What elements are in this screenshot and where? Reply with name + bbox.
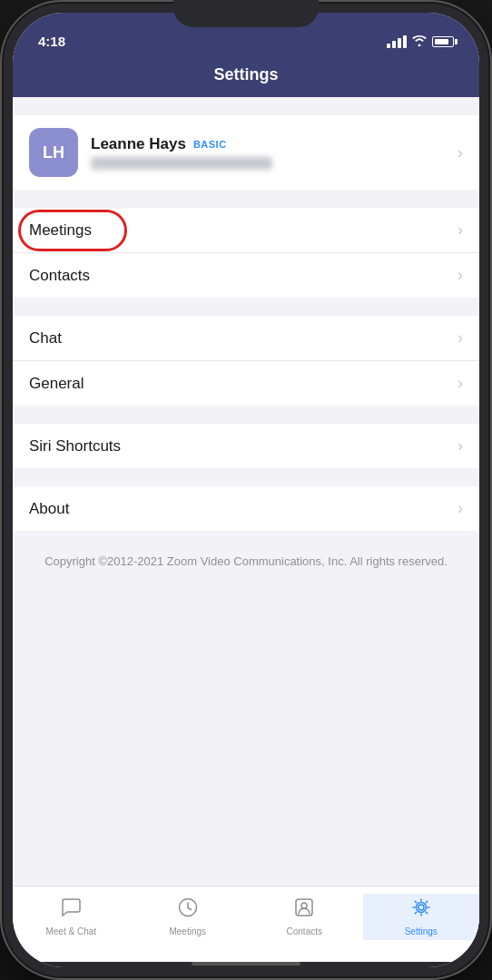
profile-section[interactable]: LH Leanne Hays BASIC ›: [13, 115, 479, 190]
signal-bar-4: [403, 35, 407, 48]
content[interactable]: LH Leanne Hays BASIC › Meetings ›: [13, 97, 479, 886]
section-divider-2: [13, 298, 479, 316]
menu-item-contacts-label: Contacts: [29, 267, 450, 285]
section-divider-1: [13, 190, 479, 208]
tab-contacts-label: Contacts: [287, 926, 322, 936]
tab-contacts[interactable]: Contacts: [246, 894, 363, 940]
nav-bar: Settings: [13, 56, 479, 97]
signal-bar-3: [398, 38, 401, 48]
signal-bar-1: [387, 44, 390, 48]
tab-meetings[interactable]: Meetings: [130, 894, 247, 940]
signal-bar-2: [392, 41, 396, 48]
svg-point-4: [416, 903, 426, 913]
profile-email: [91, 157, 272, 170]
menu-item-siri[interactable]: Siri Shortcuts ›: [13, 424, 479, 468]
menu-item-contacts[interactable]: Contacts ›: [13, 253, 479, 298]
menu-item-meetings-label: Meetings: [29, 221, 450, 240]
menu-section-2: Chat › General ›: [13, 316, 479, 406]
battery-fill: [435, 39, 448, 44]
tab-settings[interactable]: Settings: [363, 894, 480, 940]
section-divider-4: [13, 468, 479, 486]
chat-chevron: ›: [458, 328, 463, 348]
meetings-chevron: ›: [458, 220, 463, 240]
menu-section-1: Meetings › Contacts ›: [13, 208, 479, 298]
general-chevron: ›: [458, 374, 463, 393]
settings-icon: [411, 897, 431, 923]
menu-item-siri-label: Siri Shortcuts: [29, 437, 450, 456]
contacts-icon: [294, 897, 314, 923]
copyright: Copyright ©2012-2021 Zoom Video Communic…: [13, 531, 479, 593]
svg-point-2: [301, 903, 307, 908]
profile-info: Leanne Hays BASIC: [91, 135, 450, 170]
home-indicator: [13, 962, 479, 967]
phone-frame: 4:18: [0, 0, 492, 980]
menu-item-general-label: General: [29, 375, 450, 393]
tab-meet-chat-label: Meet & Chat: [45, 926, 96, 936]
siri-chevron: ›: [458, 436, 463, 456]
menu-section-3: Siri Shortcuts ›: [13, 424, 479, 468]
menu-item-chat-label: Chat: [29, 329, 450, 348]
profile-badge: BASIC: [193, 139, 227, 150]
menu-item-meetings[interactable]: Meetings ›: [13, 208, 479, 253]
menu-item-about[interactable]: About ›: [13, 486, 479, 531]
status-time: 4:18: [38, 34, 65, 49]
home-bar: [192, 962, 300, 965]
wifi-icon: [412, 34, 427, 49]
signal-bars: [387, 35, 407, 48]
nav-title: Settings: [13, 65, 479, 84]
tab-meetings-label: Meetings: [169, 926, 206, 936]
meetings-icon: [178, 897, 198, 923]
menu-item-general[interactable]: General ›: [13, 361, 479, 406]
menu-item-chat[interactable]: Chat ›: [13, 316, 479, 361]
status-icons: [387, 34, 454, 49]
profile-name-row: Leanne Hays BASIC: [91, 135, 450, 153]
notch: [173, 0, 319, 27]
battery-icon: [432, 36, 454, 47]
contacts-chevron: ›: [458, 266, 463, 285]
profile-chevron: ›: [458, 143, 463, 162]
copyright-text: Copyright ©2012-2021 Zoom Video Communic…: [44, 554, 448, 568]
section-divider-3: [13, 406, 479, 424]
tab-bar: Meet & Chat Meetings: [13, 886, 479, 962]
menu-item-about-label: About: [29, 500, 450, 518]
avatar: LH: [29, 128, 78, 177]
tab-meet-chat[interactable]: Meet & Chat: [13, 894, 130, 940]
screen: 4:18: [13, 13, 479, 967]
about-chevron: ›: [458, 499, 463, 518]
profile-name: Leanne Hays: [91, 135, 186, 153]
tab-settings-label: Settings: [405, 926, 438, 936]
menu-section-4: About ›: [13, 486, 479, 531]
svg-point-3: [418, 905, 424, 910]
meet-chat-icon: [60, 897, 82, 923]
